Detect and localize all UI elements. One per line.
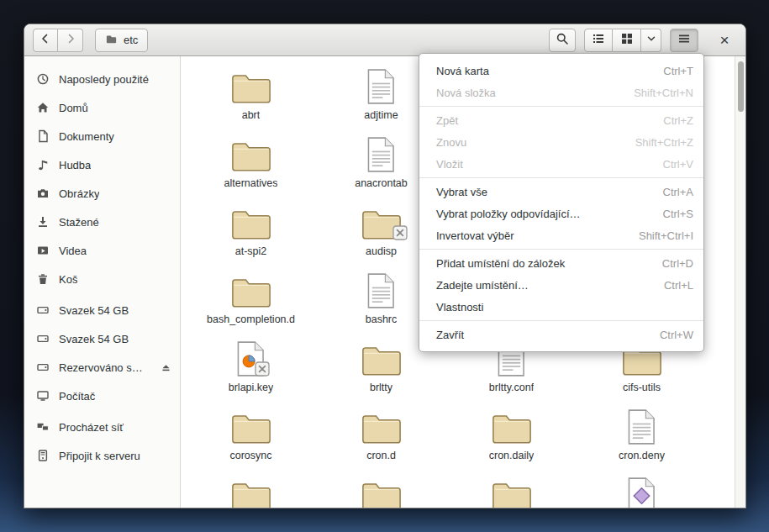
menu-item-shortcut: Ctrl+D bbox=[645, 257, 693, 270]
sidebar-item-label: Obrázky bbox=[59, 187, 99, 200]
search-icon bbox=[556, 32, 569, 49]
menu-item-zavrit[interactable]: ZavřítCtrl+W bbox=[419, 324, 703, 345]
folder-icon bbox=[361, 199, 403, 241]
sidebar-item-naposledy-pouzite[interactable]: Naposledy použité bbox=[24, 65, 180, 93]
file-name-label: audisp bbox=[366, 245, 397, 257]
sidebar-item-videa[interactable]: Videa bbox=[24, 236, 180, 265]
document-icon bbox=[36, 129, 50, 143]
folder-icon bbox=[230, 471, 272, 508]
drive-icon bbox=[36, 332, 50, 345]
sidebar-item-domu[interactable]: Domů bbox=[24, 93, 180, 122]
menu-item-nova-karta[interactable]: Nová kartaCtrl+T bbox=[419, 60, 703, 82]
menu-item-shortcut: Ctrl+Z bbox=[646, 114, 693, 127]
app-menu-button[interactable] bbox=[670, 29, 698, 52]
vertical-scrollbar[interactable] bbox=[735, 56, 745, 508]
menu-item-shortcut: Ctrl+T bbox=[646, 65, 693, 77]
list-view-button[interactable] bbox=[584, 29, 613, 52]
file-item-brlapi-key[interactable]: brlapi.key bbox=[186, 335, 316, 403]
trash-icon bbox=[36, 272, 50, 286]
sidebar-item-prochazet-sit[interactable]: Procházet síť bbox=[24, 413, 180, 441]
video-icon bbox=[36, 244, 50, 257]
view-options-button[interactable] bbox=[641, 29, 661, 52]
text-file-icon bbox=[367, 131, 395, 173]
search-button[interactable] bbox=[549, 29, 576, 52]
computer-icon bbox=[36, 389, 50, 403]
file-item-abrt[interactable]: abrt bbox=[186, 63, 316, 131]
file-item-bash-completion-d[interactable]: bash_completion.d bbox=[186, 267, 316, 335]
sidebar-item-label: Svazek 54 GB bbox=[59, 304, 129, 317]
desktop: { "window": { "close_glyph": "×" }, "too… bbox=[0, 0, 769, 532]
sidebar-item-label: Domů bbox=[59, 102, 88, 114]
eject-icon[interactable] bbox=[160, 361, 171, 373]
menu-item-pridat-umisteni-do-zalozek[interactable]: Přidat umístění do záložekCtrl+D bbox=[419, 252, 703, 274]
menu-item-vlastnosti[interactable]: Vlastnosti bbox=[419, 296, 703, 318]
sidebar-item-label: Naposledy použité bbox=[59, 73, 149, 86]
file-item-cron-deny[interactable]: cron.deny bbox=[577, 403, 707, 471]
file-item-item[interactable] bbox=[316, 471, 446, 508]
file-item-alternatives[interactable]: alternatives bbox=[186, 131, 316, 199]
sidebar-item-hudba[interactable]: Hudba bbox=[24, 150, 180, 179]
window-close-button[interactable]: × bbox=[712, 29, 737, 52]
no-access-emblem-icon bbox=[392, 225, 408, 244]
file-name-label: cron.deny bbox=[619, 450, 665, 461]
menu-item-nova-slozka: Nová složkaShift+Ctrl+N bbox=[419, 82, 703, 103]
file-item-corosync[interactable]: corosync bbox=[186, 403, 316, 471]
text-file-icon bbox=[628, 403, 656, 445]
file-name-label: cron.d bbox=[366, 450, 396, 461]
no-access-emblem-icon bbox=[255, 361, 270, 380]
current-location-button[interactable]: etc bbox=[95, 29, 148, 52]
back-button[interactable] bbox=[33, 29, 58, 52]
file-name-label: bash_completion.d bbox=[207, 313, 295, 325]
menu-item-invertovat-vyber[interactable]: Invertovat výběrShift+Ctrl+I bbox=[419, 224, 703, 246]
sidebar-item-label: Připojit k serveru bbox=[59, 450, 140, 462]
current-location-label: etc bbox=[124, 34, 138, 46]
folder-icon bbox=[230, 403, 272, 445]
text-file-icon bbox=[367, 267, 395, 309]
scrollbar-thumb[interactable] bbox=[738, 61, 744, 112]
sidebar-item-svazek-54-gb[interactable]: Svazek 54 GB bbox=[24, 296, 180, 324]
file-name-label: alternatives bbox=[224, 177, 278, 189]
file-name-label: corosync bbox=[229, 450, 271, 461]
file-name-label: abrt bbox=[242, 109, 261, 121]
menu-separator bbox=[419, 106, 703, 107]
network-icon bbox=[36, 420, 50, 434]
forward-button[interactable] bbox=[58, 29, 83, 52]
folder-icon bbox=[230, 199, 272, 241]
sidebar-item-kos[interactable]: Koš bbox=[24, 265, 180, 293]
sidebar-item-pripojit-k-serveru[interactable]: Připojit k serveru bbox=[24, 441, 180, 470]
file-name-label: bashrc bbox=[366, 313, 398, 325]
file-item-item[interactable] bbox=[577, 471, 707, 508]
list-view-icon bbox=[592, 32, 605, 49]
file-item-at-spi2[interactable]: at-spi2 bbox=[186, 199, 316, 267]
sidebar-item-pocitac[interactable]: Počítač bbox=[24, 382, 180, 410]
grid-view-button[interactable] bbox=[613, 29, 641, 52]
menu-item-vybrat-polozky-odpovidajici[interactable]: Vybrat položky odpovídající…Ctrl+S bbox=[419, 203, 703, 224]
file-name-label: adjtime bbox=[364, 109, 398, 121]
sidebar-item-label: Stažené bbox=[59, 216, 99, 229]
file-item-item[interactable] bbox=[446, 471, 577, 508]
nav-buttons bbox=[33, 29, 83, 52]
app-menu: Nová kartaCtrl+TNová složkaShift+Ctrl+NZ… bbox=[419, 53, 704, 352]
sidebar-item-svazek-54-gb-2[interactable]: Svazek 54 GB bbox=[24, 324, 180, 353]
sidebar-item-rezervovano-s[interactable]: Rezervováno s… bbox=[24, 353, 180, 382]
file-item-cron-d[interactable]: cron.d bbox=[316, 403, 446, 471]
home-icon bbox=[36, 101, 50, 114]
menu-item-label: Vložit bbox=[436, 158, 463, 171]
menu-item-zadejte-umisteni[interactable]: Zadejte umístění…Ctrl+L bbox=[419, 274, 703, 296]
folder-icon bbox=[105, 33, 118, 48]
sidebar-item-obrazky[interactable]: Obrázky bbox=[24, 179, 180, 208]
file-item-item[interactable] bbox=[186, 471, 316, 508]
menu-separator bbox=[419, 320, 703, 321]
menu-item-label: Zavřít bbox=[436, 329, 464, 341]
sidebar-item-label: Dokumenty bbox=[59, 130, 114, 143]
file-item-cron-daily[interactable]: cron.daily bbox=[446, 403, 577, 471]
menu-item-vybrat-vse[interactable]: Vybrat všeCtrl+A bbox=[419, 181, 703, 203]
sidebar-item-dokumenty[interactable]: Dokumenty bbox=[24, 122, 180, 150]
menu-separator bbox=[419, 249, 703, 250]
file-name-label: cifs-utils bbox=[623, 382, 661, 393]
headerbar: etc bbox=[24, 24, 745, 56]
sidebar-item-stazene[interactable]: Stažené bbox=[24, 208, 180, 236]
view-buttons bbox=[584, 29, 661, 52]
clock-icon bbox=[36, 72, 50, 86]
menu-item-shortcut: Ctrl+L bbox=[647, 279, 693, 292]
